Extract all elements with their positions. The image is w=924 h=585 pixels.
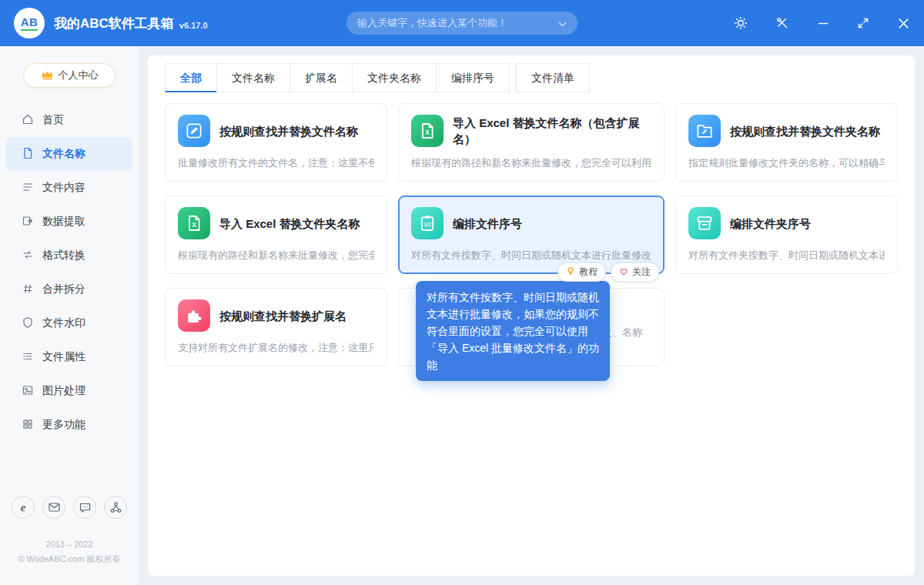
excel-icon: X <box>178 207 210 239</box>
card-rename-folder[interactable]: 按规则查找并替换文件夹名称 指定规则批量修改文件夹的名称，可以精确与模糊替换 <box>675 103 898 182</box>
card-rename-file[interactable]: 按规则查找并替换文件名称 批量修改所有文件的文件名，注意：这里不包含扩展名 <box>165 103 387 182</box>
crown-icon <box>41 69 54 82</box>
browser-icon[interactable]: e <box>12 496 35 519</box>
sidebar-nav: 首页 文件名称 文件内容 数据提取 格式转换 合并拆分 文件水印 文件属性 <box>0 103 139 442</box>
mail-icon[interactable] <box>42 496 65 519</box>
sidebar-item-format-convert[interactable]: 格式转换 <box>6 239 132 272</box>
puzzle-icon <box>178 299 210 332</box>
close-icon[interactable] <box>897 17 910 30</box>
sidebar-footer: 2013 – 2022 © WodeABC.com 版权所有 <box>0 537 139 567</box>
content-panel: 全部 文件名称 扩展名 文件夹名称 编排序号 文件清单 按规则查找并替换文件名称… <box>148 55 915 576</box>
lightbulb-icon <box>566 266 575 278</box>
sidebar-item-merge-split[interactable]: 合并拆分 <box>6 272 132 306</box>
main-area: 全部 文件名称 扩展名 文件夹名称 编排序号 文件清单 按规则查找并替换文件名称… <box>139 46 924 585</box>
footer-years: 2013 – 2022 <box>0 537 139 552</box>
card-title: 导入 Excel 替换文件名称（包含扩展名） <box>453 115 651 147</box>
extract-icon <box>22 215 34 229</box>
quick-search-input[interactable]: 输入关键字，快速进入某个功能！ <box>346 12 578 35</box>
card-head: X 导入 Excel 替换文件名称（包含扩展名） <box>411 115 651 147</box>
sidebar-item-label: 数据提取 <box>42 215 85 229</box>
svg-text:1/2: 1/2 <box>424 222 430 227</box>
tab-all[interactable]: 全部 <box>165 63 217 92</box>
tab-label: 文件夹名称 <box>367 72 421 84</box>
personal-center-label: 个人中心 <box>59 69 99 82</box>
archive-icon <box>688 207 721 239</box>
card-sequence-folder[interactable]: 编排文件夹序号 对所有文件夹按数字、时间日期或随机文本进行批量修改 <box>675 196 898 274</box>
follow-button[interactable]: 关注 <box>611 262 659 282</box>
sidebar-item-more[interactable]: 更多功能 <box>6 408 132 442</box>
tab-extension[interactable]: 扩展名 <box>290 63 353 92</box>
tab-file-list[interactable]: 文件清单 <box>516 63 590 92</box>
quick-search-placeholder: 输入关键字，快速进入某个功能！ <box>357 16 558 30</box>
card-rename-extension[interactable]: 按规则查找并替换扩展名 支持对所有文件扩展名的修改，注意：这里只是修改 <box>165 288 387 366</box>
sidebar-item-label: 合并拆分 <box>42 282 85 296</box>
tab-label: 文件名称 <box>232 72 275 84</box>
card-description: 指定规则批量修改文件夹的名称，可以精确与模糊替换 <box>688 156 885 170</box>
lines-icon <box>22 181 34 196</box>
card-excel-rename-file[interactable]: X 导入 Excel 替换文件名称（包含扩展名） 根据现有的路径和新名称来批量修… <box>398 103 665 182</box>
card-sequence-file[interactable]: 1/2 编排文件序号 对所有文件按数字、时间日期或随机文本进行批量修改 教程 关… <box>398 196 665 274</box>
card-head: X 导入 Excel 替换文件夹名称 <box>178 207 374 239</box>
card-head: 按规则查找并替换文件名称 <box>178 115 374 147</box>
tab-bar: 全部 文件名称 扩展名 文件夹名称 编排序号 文件清单 <box>148 55 915 92</box>
tutorial-button[interactable]: 教程 <box>557 262 606 282</box>
edit-folder-icon <box>688 115 721 147</box>
card-description: 根据现有的路径和新名称来批量修改，您完全可以利用 <box>411 156 651 170</box>
card-description: 对所有文件夹按数字、时间日期或随机文本进行批量修改 <box>688 249 885 262</box>
tab-label: 全部 <box>180 72 202 84</box>
minimize-icon[interactable] <box>817 17 829 29</box>
resize-icon[interactable] <box>857 17 869 29</box>
sidebar-item-label: 文件属性 <box>42 350 85 364</box>
card-description: 根据现有的路径和新名称来批量修改，您完全可以利用 <box>178 249 374 262</box>
settings-gear-icon[interactable] <box>734 16 748 30</box>
card-actions: 教程 关注 <box>557 262 659 282</box>
sidebar-item-image-processing[interactable]: 图片处理 <box>6 374 132 408</box>
sidebar-item-label: 图片处理 <box>42 384 85 398</box>
hash-icon <box>22 282 34 297</box>
chevron-down-icon <box>558 16 567 30</box>
sidebar-item-label: 文件水印 <box>42 316 85 330</box>
follow-label: 关注 <box>632 266 651 279</box>
card-excel-rename-folder[interactable]: X 导入 Excel 替换文件夹名称 根据现有的路径和新名称来批量修改，您完全可… <box>165 196 387 274</box>
card-title: 按规则查找并替换扩展名 <box>219 308 346 324</box>
chat-icon[interactable] <box>73 496 96 519</box>
card-title: 导入 Excel 替换文件夹名称 <box>219 216 360 232</box>
personal-center-button[interactable]: 个人中心 <box>23 63 116 88</box>
home-icon <box>22 113 34 128</box>
sidebar-item-file-attributes[interactable]: 文件属性 <box>6 340 132 374</box>
convert-icon <box>22 249 34 263</box>
edit-file-icon <box>178 115 210 147</box>
share-icon[interactable] <box>104 496 127 519</box>
sidebar-item-label: 更多功能 <box>42 418 85 432</box>
card-description: 批量修改所有文件的文件名，注意：这里不包含扩展名 <box>178 156 374 170</box>
sidebar-item-home[interactable]: 首页 <box>6 103 132 137</box>
app-title: 我的ABC软件工具箱 <box>54 15 174 32</box>
card-title: 编排文件夹序号 <box>730 216 811 232</box>
card-head: 1/2 编排文件序号 <box>411 207 651 239</box>
sidebar-item-label: 文件名称 <box>42 147 85 161</box>
svg-text:X: X <box>192 221 196 229</box>
card-description: 支持对所有文件扩展名的修改，注意：这里只是修改 <box>178 341 374 355</box>
card-head: 按规则查找并替换文件夹名称 <box>688 115 885 147</box>
tab-label: 扩展名 <box>305 72 337 84</box>
sidebar-item-file-name[interactable]: 文件名称 <box>6 137 132 171</box>
tab-folder-name[interactable]: 文件夹名称 <box>352 63 437 92</box>
tools-icon[interactable] <box>775 16 789 30</box>
image-icon <box>22 384 34 399</box>
sidebar-item-data-extract[interactable]: 数据提取 <box>6 205 132 239</box>
titlebar: AB 我的ABC软件工具箱 v6.17.0 输入关键字，快速进入某个功能！ <box>0 0 924 46</box>
tab-label: 文件清单 <box>531 72 574 84</box>
tab-sequence[interactable]: 编排序号 <box>436 63 510 92</box>
sidebar-item-watermark[interactable]: 文件水印 <box>6 306 132 340</box>
sidebar-item-label: 文件内容 <box>42 181 85 195</box>
app-version: v6.17.0 <box>179 21 208 30</box>
card-description: 对所有文件按数字、时间日期或随机文本进行批量修改 <box>411 249 651 262</box>
tab-file-name[interactable]: 文件名称 <box>216 63 290 92</box>
sidebar-item-file-content[interactable]: 文件内容 <box>6 171 132 205</box>
sidebar: 个人中心 首页 文件名称 文件内容 数据提取 格式转换 合并拆分 文件水印 <box>0 46 139 585</box>
heart-icon <box>619 267 628 278</box>
file-icon <box>22 147 34 162</box>
tab-label: 编排序号 <box>451 72 494 84</box>
card-title: 编排文件序号 <box>453 216 522 232</box>
svg-text:X: X <box>425 129 430 136</box>
